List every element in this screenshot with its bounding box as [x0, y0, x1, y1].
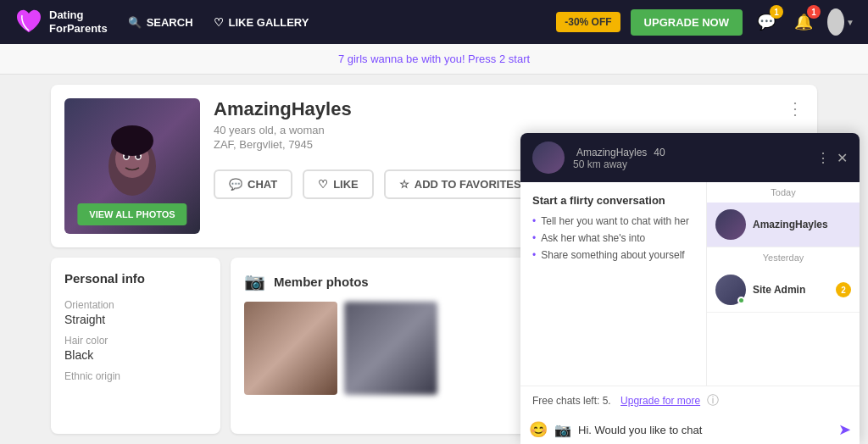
photo-thumb-1[interactable] — [244, 302, 337, 395]
upgrade-button[interactable]: UPGRADE NOW — [631, 9, 743, 36]
user-avatar-header[interactable]: ▼ — [827, 8, 854, 36]
conversation-1[interactable]: AmazingHayles — [707, 203, 860, 247]
bullet-icon: • — [532, 249, 536, 261]
upgrade-for-more-link[interactable]: Upgrade for more — [620, 395, 700, 407]
header: Dating ForParents 🔍 SEARCH ♡ LIKE GALLER… — [0, 0, 868, 44]
conversation-2[interactable]: Site Admin 2 — [707, 268, 860, 313]
upgrade-label: UPGRADE NOW — [644, 16, 729, 29]
add-favorites-label: ADD TO FAVORITES — [415, 178, 521, 191]
profile-name: AmazingHayles — [214, 98, 352, 120]
send-button[interactable]: ➤ — [838, 420, 851, 439]
chat-button[interactable]: 💬 CHAT — [214, 169, 292, 199]
subheader-bar: 7 girls wanna be with you! Press 2 start — [0, 44, 868, 75]
today-label: Today — [707, 182, 860, 203]
chat-body: Start a flirty conversation • Tell her y… — [520, 182, 860, 386]
chat-popup: AmazingHayles 40 50 km away ⋮ ✕ Start a … — [520, 133, 860, 444]
like-gallery-nav[interactable]: ♡ LIKE GALLERY — [214, 16, 309, 29]
messages-badge: 1 — [770, 5, 783, 19]
search-label: SEARCH — [147, 16, 193, 29]
chat-conversations: Today AmazingHayles Yesterday Site Admin… — [707, 182, 860, 386]
chat-distance: 50 km away — [573, 158, 808, 170]
add-favorites-button[interactable]: ☆ ADD TO FAVORITES — [384, 169, 537, 199]
subheader-text: 7 girls wanna be with you! Press 2 start — [338, 53, 530, 65]
like-button[interactable]: ♡ LIKE — [303, 169, 374, 199]
chat-more-button[interactable]: ⋮ — [816, 150, 830, 166]
svg-point-6 — [111, 125, 153, 156]
camera-icon: 📷 — [244, 271, 265, 291]
chat-user-avatar — [532, 142, 565, 174]
search-icon: 🔍 — [128, 16, 142, 29]
online-indicator — [737, 297, 745, 304]
like-label: LIKE — [333, 178, 359, 191]
logo-line1: Dating — [49, 8, 108, 22]
chat-label: CHAT — [248, 178, 277, 191]
conv-avatar-2 — [715, 275, 746, 305]
chat-message-input[interactable] — [578, 424, 832, 436]
chat-close-button[interactable]: ✕ — [837, 150, 848, 166]
send-icon: ➤ — [838, 421, 851, 438]
personal-info-card: Personal info Orientation Straight Hair … — [51, 258, 220, 434]
suggestion-3: • Share something about yourself — [532, 249, 694, 261]
suggestion-1-text: Tell her you want to chat with her — [541, 215, 689, 227]
chat-icon: 💬 — [229, 178, 242, 191]
ethnic-origin-label: Ethnic origin — [64, 370, 207, 382]
logo[interactable]: Dating ForParents — [14, 7, 108, 37]
chat-footer: Free chats left: 5. Upgrade for more ⓘ 😊… — [520, 386, 860, 444]
logo-line2: ForParents — [49, 22, 108, 36]
personal-info-title: Personal info — [64, 271, 207, 286]
chat-popup-header: AmazingHayles 40 50 km away ⋮ ✕ — [520, 133, 860, 182]
conv-name-1: AmazingHayles — [753, 219, 828, 230]
chat-username: AmazingHayles 40 — [573, 145, 808, 158]
profile-photo: VIEW ALL PHOTOS — [64, 98, 200, 234]
face-svg — [98, 124, 166, 208]
like-gallery-label: LIKE GALLERY — [229, 16, 309, 29]
photo-thumb-2[interactable] — [344, 302, 437, 395]
yesterday-label: Yesterday — [707, 247, 860, 268]
view-photos-label: VIEW ALL PHOTOS — [89, 209, 175, 219]
discount-button[interactable]: -30% OFF — [556, 12, 620, 32]
conv-avatar-1 — [715, 209, 746, 240]
more-options-button[interactable]: ⋮ — [787, 98, 804, 119]
discount-label: -30% OFF — [565, 16, 611, 28]
chat-suggestions: Start a flirty conversation • Tell her y… — [520, 182, 707, 386]
heart-icon: ♡ — [318, 178, 328, 191]
suggestions-title: Start a flirty conversation — [532, 194, 694, 207]
search-nav[interactable]: 🔍 SEARCH — [128, 16, 193, 29]
heart-icon: ♡ — [214, 16, 224, 29]
chat-header-actions: ⋮ ✕ — [816, 150, 848, 166]
star-icon: ☆ — [399, 178, 409, 191]
free-chats-text: Free chats left: 5. — [532, 395, 611, 407]
photos-title: Member photos — [274, 275, 369, 289]
logo-icon — [14, 7, 44, 37]
photo-upload-button[interactable]: 📷 — [554, 422, 571, 438]
notifications-badge: 1 — [807, 5, 821, 19]
free-chats-info: Free chats left: 5. Upgrade for more ⓘ — [520, 386, 860, 415]
chat-input-row: 😊 📷 ➤ — [520, 415, 860, 444]
suggestion-3-text: Share something about yourself — [541, 249, 684, 261]
chat-user-info: AmazingHayles 40 50 km away — [573, 145, 808, 170]
profile-age: 40 years old, a woman — [214, 124, 352, 136]
header-left: Dating ForParents 🔍 SEARCH ♡ LIKE GALLER… — [14, 7, 309, 37]
help-icon[interactable]: ⓘ — [707, 393, 719, 408]
chevron-down-icon: ▼ — [846, 18, 854, 27]
hair-color-label: Hair color — [64, 335, 207, 347]
emoji-button[interactable]: 😊 — [529, 420, 548, 439]
orientation-label: Orientation — [64, 299, 207, 311]
bullet-icon: • — [532, 215, 536, 227]
suggestion-2: • Ask her what she's into — [532, 232, 694, 244]
profile-location: ZAF, Bergvliet, 7945 — [214, 138, 352, 151]
bullet-icon: • — [532, 232, 536, 244]
conv-name-2: Site Admin — [753, 284, 805, 296]
header-right: -30% OFF UPGRADE NOW 💬 1 🔔 1 ▼ — [556, 8, 854, 36]
suggestion-1: • Tell her you want to chat with her — [532, 215, 694, 227]
suggestion-2-text: Ask her what she's into — [541, 232, 645, 244]
orientation-value: Straight — [64, 313, 207, 326]
messages-button[interactable]: 💬 1 — [753, 8, 780, 36]
conv-badge-2: 2 — [836, 282, 851, 297]
hair-color-value: Black — [64, 348, 207, 362]
notifications-button[interactable]: 🔔 1 — [790, 8, 817, 36]
view-all-photos-button[interactable]: VIEW ALL PHOTOS — [77, 203, 186, 225]
